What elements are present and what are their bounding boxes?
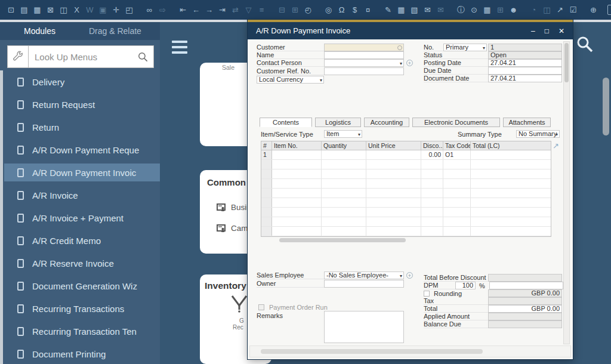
customer-ref-field[interactable] [324,67,404,75]
find-icon[interactable]: ∞ [143,4,156,16]
remarks-textarea[interactable] [324,311,404,343]
grid-cell[interactable] [272,217,322,226]
grid-cell[interactable] [443,179,471,188]
workspace-search-icon[interactable] [575,35,595,55]
dpm-input[interactable]: 100 [455,282,476,289]
goods-receipt-icon[interactable] [231,295,248,313]
col-header-unit-price[interactable]: Unit Price [366,141,421,150]
tab-attachments[interactable]: Attachments [503,118,551,127]
rounding-checkbox[interactable] [424,291,430,297]
choose-from-list-icon[interactable] [397,45,402,50]
workspace-scrollbar[interactable] [603,78,609,135]
grid-cell[interactable] [471,227,551,236]
table-row[interactable] [261,189,551,198]
col-header-discount[interactable]: Disco... [421,141,443,150]
summary-type-combo[interactable]: No Summary [516,130,560,138]
new-sales-employee-icon[interactable]: + [406,272,413,279]
grid-cell[interactable] [366,169,421,178]
table-row[interactable] [261,169,551,179]
dpm-amount-field[interactable] [489,282,563,289]
grid-cell[interactable] [272,208,322,217]
hamburger-menu-icon[interactable] [172,41,187,57]
grid-cell[interactable] [322,227,366,236]
col-header-quantity[interactable]: Quantity [322,141,366,150]
due-date-field[interactable] [488,67,562,75]
grid-cell[interactable] [421,160,443,169]
grid-cell[interactable] [322,179,366,188]
tab-contents[interactable]: Contents [260,118,312,127]
table-row[interactable] [261,160,551,169]
settings-wrench-button[interactable] [7,45,29,68]
contact-person-combo[interactable] [324,59,404,67]
grid-cell[interactable] [322,208,366,217]
checklist-icon[interactable]: ☑ [567,4,579,16]
sales-employee-combo[interactable]: -No Sales Employee- [324,272,404,279]
edit-icon[interactable]: ✎ [382,4,394,16]
item-no-cell[interactable] [272,150,322,159]
table-row-1[interactable]: 1 0.00 O1 [261,150,551,160]
sidebar-item-return-request[interactable]: Return Request [4,93,160,116]
sidebar-item-return[interactable]: Return [4,116,160,138]
first-record-icon[interactable]: ⇤ [177,4,189,16]
common-card-item-business[interactable]: Busin [217,203,251,212]
grid-cell[interactable] [421,198,443,207]
user-fields-icon[interactable]: ▧ [408,4,421,16]
tab-drag-and-relate[interactable]: Drag & Relate [89,26,141,36]
unit-price-cell[interactable] [366,150,421,159]
maximize-button[interactable]: □ [545,27,549,35]
price-report-icon[interactable]: $ [348,4,361,16]
grid-cell[interactable] [322,198,366,207]
tab-modules[interactable]: Modules [24,26,55,36]
user-icon[interactable]: ☻ [507,4,520,16]
chart-icon[interactable]: ↗ [554,4,566,16]
grid-cell[interactable] [366,189,421,198]
item-service-type-combo[interactable]: Item [324,130,362,138]
print-icon[interactable]: ▤ [18,4,30,16]
grid-cell[interactable] [272,227,322,236]
preview-icon[interactable]: ⊡ [5,4,17,16]
table-row[interactable] [261,208,551,217]
customer-field[interactable] [324,44,404,51]
tax-code-cell[interactable]: O1 [443,150,471,159]
message-icon[interactable]: ✉ [421,4,434,16]
calculator-icon[interactable]: ▦ [481,4,493,16]
grid-cell[interactable] [471,208,551,217]
grid-cell[interactable] [366,208,421,217]
grid-cell[interactable] [421,169,443,178]
next-record-icon[interactable]: → [203,4,215,16]
close-button[interactable]: ✕ [558,27,564,35]
payment-means-icon[interactable]: ◎ [322,4,335,16]
table-row[interactable] [261,179,551,189]
document-date-field[interactable]: 27.04.21 [488,75,562,82]
grid-cell[interactable] [366,160,421,169]
grid-cell[interactable] [471,198,551,207]
grid-cell[interactable] [443,217,471,226]
common-card-item-campaign[interactable]: Camp [217,224,252,233]
tab-electronic-documents[interactable]: Electronic Documents [412,118,500,127]
grid-cell[interactable] [471,169,551,178]
sidebar-item-recurring-transaction-templates[interactable]: Recurring Transaction Ten [4,320,160,343]
query-icon[interactable]: ¤ [362,4,374,16]
grid-cell[interactable] [443,169,471,178]
move-icon[interactable]: ✛ [110,4,122,16]
sidebar-item-ar-reserve-invoice[interactable]: A/R Reserve Invoice [4,252,160,274]
dialog-horizontal-scrollbar[interactable] [261,349,483,354]
sidebar-item-document-printing[interactable]: Document Printing [4,343,160,364]
quantity-cell[interactable] [322,150,366,159]
grid-cell[interactable] [272,198,322,207]
menu-search-input[interactable] [29,52,153,62]
previous-record-icon[interactable]: ← [190,4,202,16]
table-row[interactable] [261,217,551,227]
grid-cell[interactable] [272,179,322,188]
grid-cell[interactable] [443,160,471,169]
col-header-total-lc[interactable]: Total (LC) [471,141,551,150]
window-titlebar[interactable]: A/R Down Payment Invoice – □ ✕ [248,22,573,39]
grid-cell[interactable] [471,160,551,169]
sidebar-item-recurring-transactions[interactable]: Recurring Transactions [4,297,160,320]
sidebar-item-ar-invoice[interactable]: A/R Invoice [4,184,160,206]
grid-cell[interactable] [272,169,322,178]
tab-accounting[interactable]: Accounting [364,118,409,127]
last-record-icon[interactable]: ⇥ [216,4,229,16]
col-header-row-number[interactable]: # [261,141,272,150]
name-field[interactable] [324,51,404,59]
